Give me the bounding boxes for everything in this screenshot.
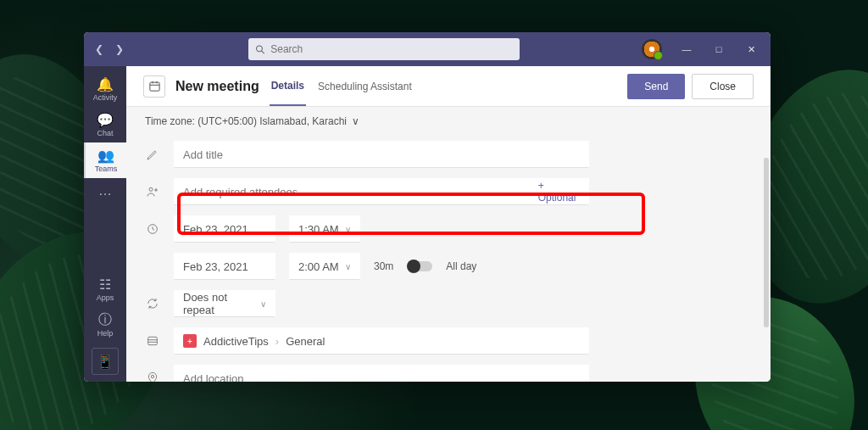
window-maximize-button[interactable]: □ bbox=[704, 36, 733, 62]
sidebar-item-label: Apps bbox=[97, 293, 114, 302]
optional-attendees-button[interactable]: + Optional bbox=[538, 180, 580, 204]
chevron-down-icon: ∨ bbox=[345, 225, 351, 234]
svg-point-0 bbox=[257, 45, 263, 51]
sidebar-item-help[interactable]: ⓘ Help bbox=[84, 307, 126, 343]
title-input[interactable] bbox=[183, 148, 580, 161]
sidebar-item-teams[interactable]: 👥 Teams bbox=[84, 142, 126, 178]
ellipsis-icon: … bbox=[97, 183, 113, 198]
sidebar-item-activity[interactable]: 🔔 Activity bbox=[84, 71, 126, 107]
allday-label: All day bbox=[446, 260, 476, 272]
sidebar-item-label: Help bbox=[97, 329, 114, 338]
close-button[interactable]: Close bbox=[692, 74, 754, 99]
sidebar-item-apps[interactable]: ☷ Apps bbox=[84, 271, 126, 307]
sidebar-item-label: Teams bbox=[95, 165, 118, 173]
svg-rect-10 bbox=[148, 337, 158, 344]
chevron-down-icon: ∨ bbox=[352, 115, 359, 127]
chevron-right-icon: › bbox=[275, 335, 279, 348]
attendees-field[interactable]: + Optional bbox=[174, 178, 589, 205]
channel-name: General bbox=[286, 335, 325, 348]
sidebar-item-more[interactable]: … bbox=[84, 178, 126, 205]
chevron-down-icon: ∨ bbox=[260, 299, 266, 309]
channel-team: AddictiveTips bbox=[203, 335, 269, 348]
search-input[interactable] bbox=[270, 43, 513, 55]
tab-details[interactable]: Details bbox=[270, 67, 306, 106]
repeat-icon bbox=[145, 296, 160, 311]
team-badge: + bbox=[183, 334, 197, 348]
chat-icon: 💬 bbox=[97, 112, 113, 127]
page-title: New meeting bbox=[175, 79, 259, 94]
phone-icon: 📱 bbox=[97, 354, 114, 370]
sidebar-item-chat[interactable]: 💬 Chat bbox=[84, 107, 126, 142]
location-input[interactable] bbox=[183, 372, 580, 383]
timezone-selector[interactable]: Time zone: (UTC+05:00) Islamabad, Karach… bbox=[126, 107, 771, 136]
title-field[interactable] bbox=[174, 141, 589, 168]
duration-label: 30m bbox=[374, 260, 393, 272]
send-button[interactable]: Send bbox=[627, 74, 685, 99]
svg-line-1 bbox=[262, 51, 264, 53]
svg-point-6 bbox=[149, 187, 153, 191]
scrollbar-thumb[interactable] bbox=[764, 158, 769, 327]
channel-icon bbox=[145, 333, 160, 349]
location-icon bbox=[145, 371, 160, 382]
location-field[interactable] bbox=[174, 365, 589, 382]
timezone-label: Time zone: (UTC+05:00) Islamabad, Karach… bbox=[145, 115, 347, 127]
avatar[interactable] bbox=[642, 39, 662, 59]
app-window: ❮ ❯ ― □ ✕ 🔔 Activity 💬 Chat 👥 Teams bbox=[84, 32, 771, 382]
window-minimize-button[interactable]: ― bbox=[672, 36, 701, 62]
content-pane: New meeting Details Scheduling Assistant… bbox=[126, 66, 771, 382]
svg-rect-2 bbox=[149, 82, 159, 91]
sidebar-item-mobile[interactable]: 📱 bbox=[92, 348, 119, 375]
pencil-icon bbox=[145, 147, 160, 162]
calendar-icon bbox=[143, 75, 165, 98]
search-icon bbox=[255, 44, 265, 55]
titlebar: ❮ ❯ ― □ ✕ bbox=[84, 32, 771, 66]
repeat-field[interactable]: Does not repeat∨ bbox=[174, 290, 275, 317]
person-add-icon bbox=[145, 184, 160, 199]
start-date-field[interactable]: Feb 23, 2021 bbox=[174, 215, 275, 243]
content-header: New meeting Details Scheduling Assistant… bbox=[126, 66, 771, 107]
nav-forward-button[interactable]: ❯ bbox=[109, 39, 130, 59]
search-box[interactable] bbox=[248, 38, 520, 60]
window-close-button[interactable]: ✕ bbox=[737, 36, 765, 62]
clock-icon bbox=[145, 221, 160, 237]
chevron-down-icon: ∨ bbox=[345, 262, 351, 271]
end-date-field[interactable]: Feb 23, 2021 bbox=[174, 253, 275, 280]
tab-scheduling-assistant[interactable]: Scheduling Assistant bbox=[316, 68, 414, 105]
start-time-field[interactable]: 1:30 AM∨ bbox=[289, 215, 360, 243]
sidebar-item-label: Activity bbox=[93, 93, 118, 102]
bell-icon: 🔔 bbox=[97, 76, 113, 92]
allday-toggle[interactable] bbox=[407, 261, 432, 271]
svg-point-13 bbox=[151, 375, 153, 377]
scrollbar[interactable] bbox=[764, 158, 769, 373]
help-icon: ⓘ bbox=[97, 312, 113, 327]
channel-field[interactable]: + AddictiveTips › General bbox=[174, 327, 589, 355]
end-time-field[interactable]: 2:00 AM∨ bbox=[289, 253, 360, 280]
sidebar-item-label: Chat bbox=[97, 129, 113, 137]
attendees-input[interactable] bbox=[183, 186, 538, 198]
apps-icon: ☷ bbox=[97, 276, 113, 292]
nav-back-button[interactable]: ❮ bbox=[89, 39, 109, 59]
teams-icon: 👥 bbox=[98, 148, 114, 163]
app-sidebar: 🔔 Activity 💬 Chat 👥 Teams … ☷ Apps ⓘ bbox=[84, 66, 126, 382]
